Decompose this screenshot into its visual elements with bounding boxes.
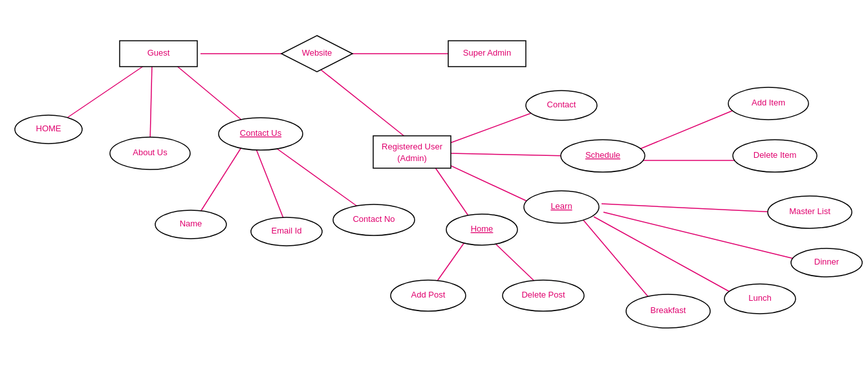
contact-label: Contact xyxy=(547,100,576,109)
svg-line-6 xyxy=(197,146,243,217)
super-admin-label: Super Admin xyxy=(463,48,511,58)
home-label: HOME xyxy=(36,124,61,133)
guest-label: Guest xyxy=(147,48,170,58)
name-label: Name xyxy=(180,219,202,228)
svg-line-10 xyxy=(450,153,569,156)
contact-no-label: Contact No xyxy=(353,214,395,224)
registered-user-label2: (Admin) xyxy=(397,153,427,163)
master-list-label: Master List xyxy=(789,206,830,216)
svg-line-19 xyxy=(435,241,466,285)
svg-line-17 xyxy=(582,219,653,303)
svg-line-7 xyxy=(255,147,285,221)
svg-line-4 xyxy=(150,65,152,142)
home2-label: Home xyxy=(471,224,494,234)
dinner-label: Dinner xyxy=(814,257,840,267)
svg-line-16 xyxy=(603,212,794,259)
lunch-label: Lunch xyxy=(748,293,771,303)
contact-us-label: Contact Us xyxy=(240,128,282,138)
breakfast-label: Breakfast xyxy=(651,305,686,315)
svg-line-2 xyxy=(317,67,412,142)
add-post-label: Add Post xyxy=(411,290,446,299)
svg-line-3 xyxy=(61,65,146,122)
svg-line-15 xyxy=(602,204,776,212)
svg-line-13 xyxy=(640,109,737,149)
svg-line-20 xyxy=(493,241,538,285)
svg-line-18 xyxy=(594,217,731,292)
about-us-label: About Us xyxy=(133,147,168,157)
registered-user-node xyxy=(373,136,451,168)
schedule-label: Schedule xyxy=(585,150,620,160)
svg-line-8 xyxy=(272,145,365,212)
add-item-label: Add Item xyxy=(752,98,785,107)
delete-item-label: Delete Item xyxy=(754,150,796,160)
svg-line-5 xyxy=(171,61,249,126)
svg-line-11 xyxy=(445,163,537,206)
svg-line-9 xyxy=(443,109,543,146)
delete-post-label: Delete Post xyxy=(521,290,565,299)
website-label: Website xyxy=(302,48,332,58)
email-id-label: Email Id xyxy=(272,226,302,235)
registered-user-label: Registered User xyxy=(382,142,443,151)
learn-label: Learn xyxy=(550,201,572,211)
diagram-canvas: Website Guest Super Admin HOME About Us … xyxy=(0,0,868,381)
